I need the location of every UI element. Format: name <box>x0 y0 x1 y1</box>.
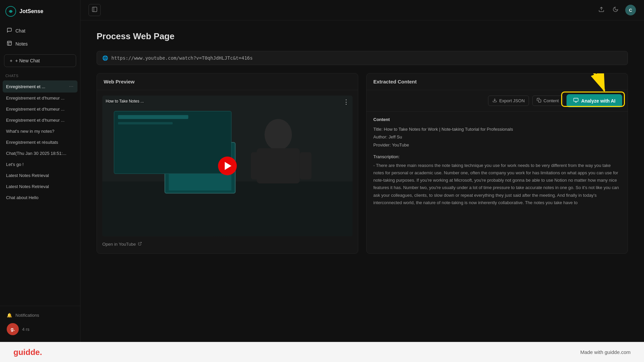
svg-rect-5 <box>92 7 97 12</box>
svg-point-1 <box>9 10 12 13</box>
chat-item[interactable]: Enregistrement et d'humeur ... <box>3 115 77 126</box>
guidde-footer: guidde. Made with guidde.com <box>0 342 644 362</box>
chats-section-label: Chats <box>5 74 75 78</box>
chat-item-label: Latest Notes Retrieval <box>6 184 74 189</box>
app-logo: JotSense <box>0 0 80 23</box>
svg-rect-2 <box>7 41 11 45</box>
play-triangle-icon <box>225 162 231 170</box>
topbar: C <box>80 0 644 20</box>
video-title-overlay: How to Take Notes ... <box>106 99 144 104</box>
author-line: Author: Jeff Su <box>373 133 621 141</box>
notifications-item[interactable]: 🔔 Notifications <box>5 310 75 320</box>
transcription-text: - There are three main reasons the note … <box>373 162 621 206</box>
export-json-button[interactable]: Export JSON <box>488 96 529 106</box>
copy-icon <box>537 98 541 104</box>
svg-rect-24 <box>539 100 541 102</box>
download-icon <box>492 98 497 104</box>
content-section-label: Content <box>373 117 621 122</box>
guidde-tagline: Made with guidde.com <box>580 349 631 355</box>
play-button[interactable] <box>218 157 237 175</box>
plus-icon: + <box>10 58 12 63</box>
copy-content-button[interactable]: Content <box>532 96 563 106</box>
external-link-icon <box>138 242 142 247</box>
chat-item-label: Enregistrement et d'humeur ... <box>6 107 74 112</box>
extracted-content-panel: Extracted Content <box>366 73 628 254</box>
topbar-left <box>89 4 101 16</box>
extracted-toolbar: Export JSON Content <box>367 90 628 112</box>
sidebar-item-chat[interactable]: Chat <box>3 24 77 37</box>
guidde-logo: guidde. <box>13 348 42 357</box>
chat-item[interactable]: Chat about Hello <box>3 192 77 203</box>
chat-item[interactable]: Let's go ! <box>3 159 77 170</box>
chat-item[interactable]: Chat(Thu Jan 30 2025 18:51:... <box>3 148 77 159</box>
main-nav: Chat Notes <box>0 23 80 52</box>
chat-item-label: Enregistrement et d'humeur ... <box>6 96 74 101</box>
chat-item-label: Latest Notes Retrieval <box>6 173 74 178</box>
chat-item[interactable]: Enregistrement et d'humeur ... <box>3 93 77 104</box>
jotsense-logo-icon <box>5 6 16 17</box>
transcription-label: Transcription: <box>373 154 621 159</box>
chat-item-label: What's new in my notes? <box>6 129 74 134</box>
globe-icon: 🌐 <box>102 55 108 61</box>
bell-icon: 🔔 <box>7 313 12 318</box>
provider-line: Provider: YouTube <box>373 141 621 149</box>
web-preview-body: How to Take Notes ... ⋮ Open in YouTube <box>97 90 358 253</box>
chats-section-header: Chats <box>0 70 80 80</box>
page-title: Process Web Page <box>97 31 628 42</box>
app-name: JotSense <box>19 8 43 14</box>
analyze-with-ai-button[interactable]: Analyze with AI <box>567 94 622 107</box>
export-json-label: Export JSON <box>499 98 525 103</box>
chat-item[interactable]: Enregistrement et d'humeur ... <box>3 104 77 115</box>
theme-toggle-button[interactable] <box>611 5 620 15</box>
svg-rect-17 <box>251 152 263 180</box>
chat-item[interactable]: Enregistrement et ... ··· <box>3 80 77 93</box>
svg-rect-21 <box>118 122 173 124</box>
user-avatar[interactable]: C <box>625 5 636 15</box>
content-grid: Web Preview <box>97 73 628 254</box>
chat-icon <box>7 27 12 34</box>
user-avatar-small: g. <box>7 323 19 335</box>
chat-item-label: Enregistrement et résultats <box>6 140 74 145</box>
sidebar-toggle-button[interactable] <box>89 4 101 16</box>
main-content: C Process Web Page 🌐 https://www.youtube… <box>80 0 644 342</box>
reminders-item[interactable]: g. 4 rs <box>5 320 75 338</box>
chat-item[interactable]: Latest Notes Retrieval <box>3 181 77 192</box>
svg-rect-18 <box>300 152 312 180</box>
title-line: Title: How to Take Notes for Work | Note… <box>373 125 621 133</box>
chat-item[interactable]: Latest Notes Retrieval <box>3 170 77 181</box>
svg-rect-19 <box>114 111 231 174</box>
svg-point-15 <box>265 119 292 150</box>
sidebar-item-notes[interactable]: Notes <box>3 37 77 50</box>
upload-button[interactable] <box>597 5 606 15</box>
web-preview-panel: Web Preview <box>97 73 358 254</box>
sidebar: JotSense Chat Notes <box>0 0 80 342</box>
extracted-content-body: Content Title: How to Take Notes for Wor… <box>367 112 628 212</box>
topbar-right: C <box>597 5 636 15</box>
open-youtube-link[interactable]: Open in YouTube <box>102 240 353 248</box>
open-youtube-label: Open in YouTube <box>102 242 136 247</box>
analyze-btn-label: Analyze with AI <box>581 98 615 104</box>
video-options-icon[interactable]: ⋮ <box>343 98 349 106</box>
sidebar-footer: 🔔 Notifications g. 4 rs <box>0 306 80 342</box>
page-body: Process Web Page 🌐 https://www.youtube.c… <box>80 20 644 342</box>
chat-item[interactable]: Enregistrement et résultats <box>3 137 77 148</box>
notes-nav-label: Notes <box>15 41 28 47</box>
notifications-label: Notifications <box>15 313 39 318</box>
svg-rect-25 <box>574 98 578 101</box>
chat-nav-label: Chat <box>15 28 25 34</box>
video-thumbnail[interactable]: How to Take Notes ... ⋮ <box>102 96 353 236</box>
chat-item-label: Enregistrement et ... <box>6 84 68 89</box>
chat-list: Enregistrement et ... ··· Enregistrement… <box>0 80 80 306</box>
chat-item[interactable]: What's new in my notes? <box>3 126 77 137</box>
chat-item-label: Enregistrement et d'humeur ... <box>6 118 74 123</box>
extracted-panel-body: Export JSON Content <box>367 90 628 212</box>
url-bar: 🌐 https://www.youtube.com/watch?v=T0qhJd… <box>97 51 628 65</box>
chat-item-menu-icon[interactable]: ··· <box>68 83 74 89</box>
content-meta: Title: How to Take Notes for Work | Note… <box>373 125 621 149</box>
svg-line-22 <box>140 242 142 244</box>
url-text: https://www.youtube.com/watch?v=T0qhJdHL… <box>111 55 253 61</box>
svg-rect-16 <box>257 148 300 183</box>
new-chat-button[interactable]: + + New Chat <box>4 54 76 67</box>
chat-item-label: Let's go ! <box>6 162 74 167</box>
web-preview-header: Web Preview <box>97 73 358 90</box>
